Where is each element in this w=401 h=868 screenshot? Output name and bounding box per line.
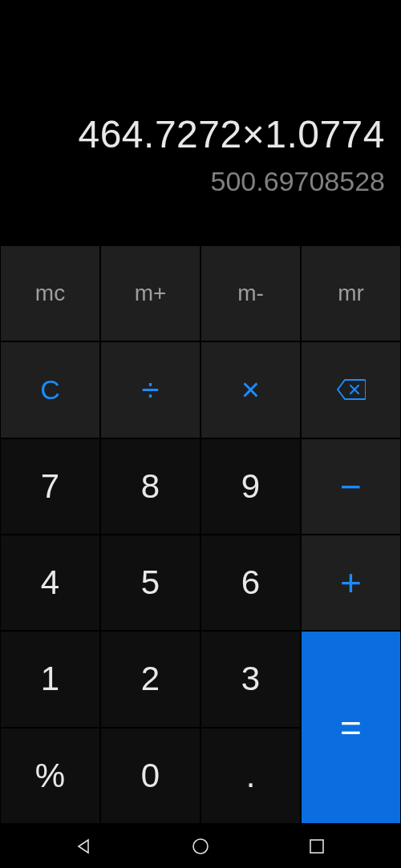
equals-button[interactable]: = bbox=[301, 631, 401, 824]
memory-add-button[interactable]: m+ bbox=[100, 245, 200, 341]
divide-button[interactable]: ÷ bbox=[100, 341, 200, 438]
digit-8-button[interactable]: 8 bbox=[100, 438, 200, 535]
expression-text: 464.7272×1.0774 bbox=[78, 114, 385, 156]
svg-point-0 bbox=[193, 839, 208, 854]
home-button[interactable] bbox=[168, 830, 233, 862]
minus-button[interactable]: − bbox=[301, 438, 401, 535]
result-text: 500.69708528 bbox=[211, 166, 385, 197]
square-recents-icon bbox=[309, 838, 325, 854]
percent-button[interactable]: % bbox=[0, 728, 100, 824]
memory-clear-button[interactable]: mc bbox=[0, 245, 100, 341]
digit-1-button[interactable]: 1 bbox=[0, 631, 100, 727]
digit-0-button[interactable]: 0 bbox=[100, 728, 200, 824]
digit-3-button[interactable]: 3 bbox=[200, 631, 301, 727]
keypad: mc m+ m- mr C ÷ × 7 8 9 − 4 5 6 + 1 2 3 … bbox=[0, 245, 401, 824]
memory-recall-button[interactable]: mr bbox=[301, 245, 401, 341]
digit-7-button[interactable]: 7 bbox=[0, 438, 100, 535]
digit-4-button[interactable]: 4 bbox=[0, 535, 100, 631]
circle-home-icon bbox=[191, 837, 210, 856]
backspace-icon bbox=[337, 378, 366, 401]
android-nav-bar bbox=[0, 824, 401, 868]
digit-9-button[interactable]: 9 bbox=[200, 438, 301, 535]
svg-rect-1 bbox=[310, 840, 323, 853]
triangle-back-icon bbox=[75, 838, 93, 855]
decimal-button[interactable]: . bbox=[200, 728, 301, 824]
digit-6-button[interactable]: 6 bbox=[200, 535, 301, 631]
backspace-button[interactable] bbox=[301, 341, 401, 438]
digit-2-button[interactable]: 2 bbox=[100, 631, 200, 727]
plus-button[interactable]: + bbox=[301, 535, 401, 631]
memory-subtract-button[interactable]: m- bbox=[200, 245, 301, 341]
clear-button[interactable]: C bbox=[0, 341, 100, 438]
back-button[interactable] bbox=[52, 830, 116, 862]
digit-5-button[interactable]: 5 bbox=[100, 535, 200, 631]
recents-button[interactable] bbox=[285, 830, 349, 862]
multiply-button[interactable]: × bbox=[200, 341, 301, 438]
calculator-display: 464.7272×1.0774 500.69708528 bbox=[0, 0, 401, 245]
